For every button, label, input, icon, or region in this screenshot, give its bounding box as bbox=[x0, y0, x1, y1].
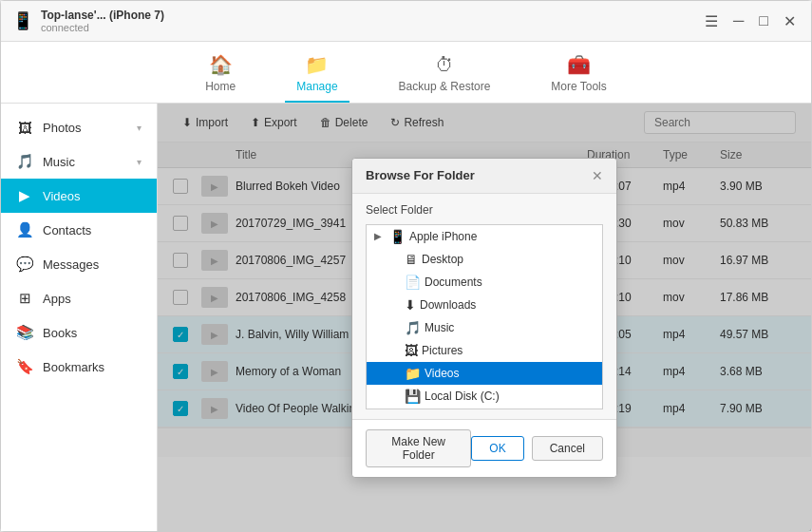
apps-icon: ⊞ bbox=[16, 290, 33, 307]
sidebar-item-messages[interactable]: 💬 Messages bbox=[1, 247, 157, 281]
documents-label: Documents bbox=[425, 276, 482, 289]
dialog-footer: Make New Folder OK Cancel bbox=[352, 419, 616, 477]
sidebar-item-videos[interactable]: ▶ Videos bbox=[1, 179, 157, 213]
localc-label: Local Disk (C:) bbox=[425, 390, 500, 403]
photos-arrow: ▾ bbox=[137, 123, 142, 133]
make-new-folder-button[interactable]: Make New Folder bbox=[366, 429, 471, 467]
title-bar: 📱 Top-lanse'... (iPhone 7) connected ☰ ─… bbox=[1, 1, 811, 42]
sidebar-label-music: Music bbox=[43, 155, 75, 169]
browse-folder-dialog: Browse For Folder ✕ Select Folder ▶ 📱 Ap… bbox=[351, 158, 617, 478]
menu-icon[interactable]: ☰ bbox=[701, 10, 722, 32]
sidebar-label-apps: Apps bbox=[43, 292, 71, 306]
tab-tools-label: More Tools bbox=[551, 80, 606, 93]
bookmarks-icon: 🔖 bbox=[16, 358, 33, 375]
close-icon[interactable]: ✕ bbox=[780, 10, 800, 32]
dialog-close-button[interactable]: ✕ bbox=[592, 168, 603, 183]
sidebar-item-bookmarks[interactable]: 🔖 Bookmarks bbox=[1, 350, 157, 384]
content-area: ⬇ Import ⬆ Export 🗑 Delete ↻ Refresh bbox=[158, 104, 811, 531]
device-name: Top-lanse'... (iPhone 7) bbox=[41, 9, 164, 22]
desktop-icon: 🖥 bbox=[405, 252, 418, 267]
books-icon: 📚 bbox=[16, 324, 33, 341]
manage-icon: 📁 bbox=[305, 53, 329, 76]
desktop-label: Desktop bbox=[422, 253, 463, 266]
sidebar-label-videos: Videos bbox=[43, 189, 81, 203]
device-icon: 📱 bbox=[12, 10, 33, 31]
folder-item-iphone[interactable]: ▶ 📱 Apple iPhone bbox=[367, 225, 602, 248]
sidebar-label-contacts: Contacts bbox=[43, 223, 91, 238]
music-icon: 🎵 bbox=[16, 153, 33, 170]
backup-icon: ⏱ bbox=[435, 54, 454, 76]
downloads-icon: ⬇ bbox=[405, 297, 416, 313]
dialog-overlay: Browse For Folder ✕ Select Folder ▶ 📱 Ap… bbox=[158, 104, 811, 531]
iphone-icon: 📱 bbox=[389, 229, 406, 244]
main-layout: 🖼 Photos ▾ 🎵 Music ▾ ▶ Videos 👤 Contacts… bbox=[1, 104, 811, 531]
dialog-header: Browse For Folder ✕ bbox=[352, 159, 616, 194]
videos-folder-icon: 📁 bbox=[405, 366, 421, 381]
videos-icon: ▶ bbox=[16, 187, 33, 204]
sidebar-label-bookmarks: Bookmarks bbox=[43, 360, 104, 374]
nav-tabs: 🏠 Home 📁 Manage ⏱ Backup & Restore 🧰 Mor… bbox=[1, 42, 811, 104]
music-folder-label: Music bbox=[425, 321, 454, 334]
tab-backup-label: Backup & Restore bbox=[399, 80, 491, 93]
pictures-icon: 🖼 bbox=[405, 343, 418, 358]
pictures-label: Pictures bbox=[422, 344, 463, 357]
folder-tree[interactable]: ▶ 📱 Apple iPhone 🖥 Desktop bbox=[366, 224, 603, 409]
sidebar-item-apps[interactable]: ⊞ Apps bbox=[1, 281, 157, 315]
localc-icon: 💾 bbox=[405, 389, 421, 404]
sidebar-item-contacts[interactable]: 👤 Contacts bbox=[1, 213, 157, 247]
sidebar-item-books[interactable]: 📚 Books bbox=[1, 315, 157, 350]
sidebar-item-photos[interactable]: 🖼 Photos ▾ bbox=[1, 111, 157, 144]
iphone-label: Apple iPhone bbox=[409, 230, 477, 243]
folder-item-music[interactable]: 🎵 Music bbox=[367, 316, 602, 339]
cancel-button[interactable]: Cancel bbox=[532, 436, 603, 461]
messages-icon: 💬 bbox=[16, 256, 33, 273]
folder-item-desktop[interactable]: 🖥 Desktop bbox=[367, 248, 602, 271]
folder-item-pictures[interactable]: 🖼 Pictures bbox=[367, 339, 602, 362]
sidebar-label-messages: Messages bbox=[43, 257, 99, 272]
dialog-body: Select Folder ▶ 📱 Apple iPhone 🖥 Desktop bbox=[352, 194, 616, 419]
app-window: 📱 Top-lanse'... (iPhone 7) connected ☰ ─… bbox=[0, 0, 812, 532]
maximize-icon[interactable]: □ bbox=[755, 10, 772, 31]
videos-folder-label: Videos bbox=[425, 367, 459, 380]
ok-button[interactable]: OK bbox=[471, 436, 523, 461]
folder-item-softd[interactable]: 💾 Software (D:) bbox=[367, 408, 602, 409]
home-icon: 🏠 bbox=[209, 53, 233, 76]
tab-tools[interactable]: 🧰 More Tools bbox=[539, 49, 617, 103]
tab-manage[interactable]: 📁 Manage bbox=[285, 49, 349, 103]
downloads-label: Downloads bbox=[420, 298, 476, 312]
minimize-icon[interactable]: ─ bbox=[729, 10, 747, 31]
dialog-label: Select Folder bbox=[366, 203, 603, 217]
folder-item-videos[interactable]: 📁 Videos bbox=[367, 362, 602, 385]
device-info: 📱 Top-lanse'... (iPhone 7) connected bbox=[12, 9, 164, 33]
tab-manage-label: Manage bbox=[296, 80, 337, 93]
contacts-icon: 👤 bbox=[16, 221, 33, 238]
window-controls: ☰ ─ □ ✕ bbox=[701, 10, 800, 32]
folder-item-localc[interactable]: 💾 Local Disk (C:) bbox=[367, 385, 602, 408]
tab-home[interactable]: 🏠 Home bbox=[194, 49, 247, 103]
sidebar-item-music[interactable]: 🎵 Music ▾ bbox=[1, 144, 157, 179]
documents-icon: 📄 bbox=[405, 275, 421, 290]
tab-home-label: Home bbox=[205, 80, 236, 93]
dialog-title: Browse For Folder bbox=[366, 168, 475, 182]
sidebar-label-photos: Photos bbox=[43, 121, 81, 135]
sidebar: 🖼 Photos ▾ 🎵 Music ▾ ▶ Videos 👤 Contacts… bbox=[1, 104, 158, 531]
tools-icon: 🧰 bbox=[567, 53, 591, 76]
device-status: connected bbox=[41, 22, 164, 33]
music-arrow: ▾ bbox=[137, 157, 142, 167]
photos-icon: 🖼 bbox=[16, 120, 33, 136]
tab-backup[interactable]: ⏱ Backup & Restore bbox=[387, 50, 502, 103]
iphone-arrow: ▶ bbox=[374, 231, 386, 241]
music-folder-icon: 🎵 bbox=[405, 320, 421, 335]
folder-item-downloads[interactable]: ⬇ Downloads bbox=[367, 294, 602, 316]
sidebar-label-books: Books bbox=[43, 326, 77, 340]
folder-item-documents[interactable]: 📄 Documents bbox=[367, 271, 602, 294]
